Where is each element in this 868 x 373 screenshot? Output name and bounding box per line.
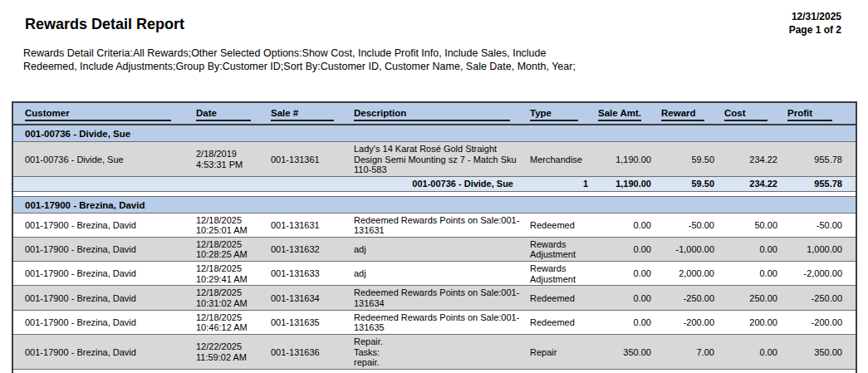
cell-profit: -2,000.00 [782,267,856,280]
cell-description: Lady's 14 Karat Rosé Gold Straight Desig… [349,142,525,176]
cell-sale-amt: 0.00 [593,316,656,329]
cell-sale-amt: 0.00 [593,292,656,305]
cell-customer: 001-17900 - Brezina, David [13,267,191,280]
table-row: 001-17900 - Brezina, David 12/22/202511:… [13,334,856,369]
cell-reward: 7.00 [656,346,719,359]
cell-description: LADIES 14 KARAT WHITE GOLD ENGAGEMENT RI… [349,370,525,373]
cell-sale-amt: 0.00 [593,267,656,280]
cell-date: 12/18/202510:29:41 AM [191,262,266,285]
table-row: 001-17900 - Brezina, David 12/18/202510:… [13,310,856,334]
cell-reward: 2,000.00 [656,267,719,280]
table-row: 001-17900 - Brezina, David 12/22/202511:… [13,369,856,373]
cell-cost: 0.00 [719,346,782,359]
cell-customer: 001-17900 - Brezina, David [13,218,191,232]
cell-cost: 250.00 [719,292,782,305]
cell-sale-number: 001-131632 [266,243,349,256]
cell-reward: -1,000.00 [656,243,719,256]
cell-sale-number: 001-131631 [266,218,349,232]
criteria-line-1: Rewards Detail Criteria:All Rewards;Othe… [23,47,546,59]
cell-date: 12/18/202510:25:01 AM [191,213,266,237]
cell-cost: 234.22 [719,153,782,166]
cell-description: adj [349,243,525,256]
cell-sale-number: 001-131361 [266,153,349,166]
cell-reward: 59.50 [656,153,719,166]
table-header-row: Customer Date Sale # Description Type Sa… [13,103,856,125]
cell-cost: 0.00 [719,267,782,280]
cell-sale-number: 001-131635 [266,316,349,329]
cell-type: Redeemed [525,292,593,305]
cell-type: Repair [525,346,593,359]
cell-date: 12/18/202510:46:12 AM [191,311,266,334]
cell-sale-amt: 0.00 [593,243,656,256]
cell-sale-number: 001-131634 [266,292,349,305]
cell-sale-amt: 1,190.00 [593,153,656,166]
subtotal-spacer [266,182,349,185]
cell-profit: 955.78 [782,153,856,166]
cell-customer: 001-00736 - Divide, Sue [13,153,191,166]
page-indicator: Page 1 of 2 [789,23,841,37]
cell-description: Repair. Tasks: repair. [349,335,525,369]
column-header-reward: Reward [656,103,719,124]
cell-customer: 001-17900 - Brezina, David [13,243,191,256]
cell-cost: 0.00 [719,243,782,256]
cell-reward: -250.00 [656,292,719,305]
cell-profit: 1,000.00 [782,243,856,256]
subtotal-spacer [191,182,266,185]
cell-reward: -50.00 [656,218,719,232]
cell-profit: -50.00 [782,218,856,232]
cell-type: Redeemed [525,316,593,329]
group-subtotal-row: 001-00736 - Divide, Sue 1 1,190.00 59.50… [13,176,856,191]
column-header-sale-number: Sale # [266,103,349,124]
cell-type: Rewards Adjustment [525,262,593,285]
table-row: 001-17900 - Brezina, David 12/18/202510:… [13,213,856,237]
cell-type: Rewards Adjustment [525,238,593,261]
cell-profit: -250.00 [782,292,856,305]
cell-date: 2/18/20194:53:31 PM [191,147,266,170]
cell-description: Redeemed Rewards Points on Sale:001-1316… [349,286,525,309]
cell-customer: 001-17900 - Brezina, David [13,316,191,329]
cell-description: Redeemed Rewards Points on Sale:001-1316… [349,213,525,237]
subtotal-count: 1 [525,177,593,191]
cell-customer: 001-17900 - Brezina, David [13,292,191,305]
subtotal-spacer [13,182,191,185]
rewards-table: Customer Date Sale # Description Type Sa… [12,101,857,373]
page-title: Rewards Detail Report [25,16,184,33]
cell-sale-amt: 350.00 [593,346,656,359]
cell-reward: -200.00 [656,316,719,329]
cell-type: Redeemed [525,218,593,232]
table-row: 001-00736 - Divide, Sue 2/18/20194:53:31… [13,141,856,176]
cell-type: Merchandise [525,153,593,166]
cell-description: Redeemed Rewards Points on Sale:001-1316… [349,311,525,334]
cell-sale-number: 001-131633 [266,267,349,280]
column-header-sale-amt: Sale Amt. [593,103,656,124]
cell-date: 12/18/202510:28:25 AM [191,238,266,261]
criteria-line-2: Redeemed, Include Adjustments;Group By:C… [23,61,576,72]
cell-profit: -200.00 [782,316,856,329]
group-header-row: 001-00736 - Divide, Sue [13,125,856,141]
cell-date: 12/18/202510:31:02 AM [191,286,266,309]
column-header-profit: Profit [782,103,856,124]
cell-date: 12/22/202511:59:02 AM [191,340,266,363]
table-row: 001-17900 - Brezina, David 12/18/202510:… [13,285,856,309]
column-header-description: Description [349,103,525,124]
cell-sale-amt: 0.00 [593,218,656,232]
table-row: 001-17900 - Brezina, David 12/18/202510:… [13,237,856,261]
subtotal-sale-amt: 1,190.00 [593,177,656,191]
report-date: 12/31/2025 [789,10,841,23]
column-header-cost: Cost [719,103,782,124]
column-header-customer: Customer [13,103,191,124]
group-header-row: 001-17900 - Brezina, David [13,196,856,213]
cell-profit: 350.00 [782,346,856,359]
report-criteria: Rewards Detail Criteria:All Rewards;Othe… [23,47,621,74]
subtotal-label: 001-00736 - Divide, Sue [349,177,525,191]
cell-cost: 200.00 [719,316,782,329]
cell-cost: 50.00 [719,218,782,232]
cell-description: adj [349,267,525,280]
table-row: 001-17900 - Brezina, David 12/18/202510:… [13,261,856,285]
subtotal-cost: 234.22 [719,177,782,191]
subtotal-reward: 59.50 [656,177,719,191]
cell-sale-number: 001-131636 [266,346,349,359]
column-header-date: Date [191,103,266,124]
report-page: Rewards Detail Report 12/31/2025 Page 1 … [0,0,868,373]
cell-customer: 001-17900 - Brezina, David [13,346,191,359]
